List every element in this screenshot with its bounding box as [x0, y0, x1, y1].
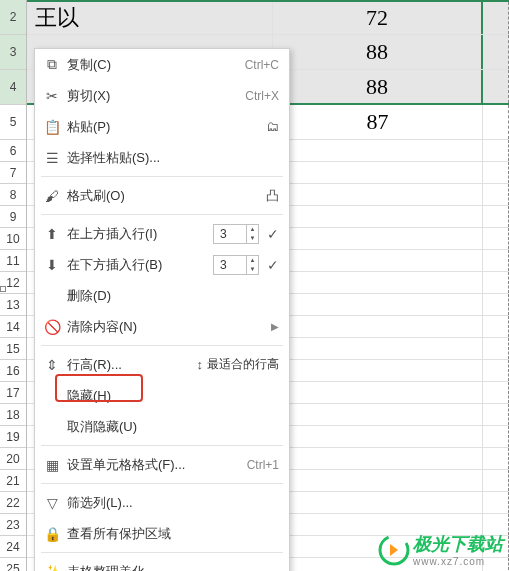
- menu-label: 在下方插入行(B): [63, 256, 213, 274]
- menu-insert-below[interactable]: ⬇ 在下方插入行(B) 3 ▲▼ ✓: [35, 249, 289, 280]
- beautify-icon: ✨: [41, 564, 63, 572]
- row-header[interactable]: 22: [0, 492, 26, 514]
- row-header-5[interactable]: 5: [0, 105, 26, 140]
- row-header[interactable]: 8: [0, 184, 26, 206]
- row-header[interactable]: 23: [0, 514, 26, 536]
- row-header[interactable]: 20: [0, 448, 26, 470]
- menu-label: 在上方插入行(I): [63, 225, 213, 243]
- separator: [41, 552, 283, 553]
- insert-above-icon: ⬆: [41, 226, 63, 242]
- row-header[interactable]: 14: [0, 316, 26, 338]
- menu-delete[interactable]: 删除(D): [35, 280, 289, 311]
- watermark-title: 极光下载站: [413, 532, 503, 556]
- best-fit-label[interactable]: 最适合的行高: [207, 356, 279, 373]
- row-header[interactable]: 13: [0, 294, 26, 316]
- menu-label: 行高(R)...: [63, 356, 193, 374]
- menu-cut[interactable]: ✂ 剪切(X) Ctrl+X: [35, 80, 289, 111]
- separator: [41, 483, 283, 484]
- menu-label: 格式刷(O): [63, 187, 262, 205]
- separator: [41, 214, 283, 215]
- menu-row-height[interactable]: ⇕ 行高(R)... ↕ 最适合的行高: [35, 349, 289, 380]
- clipboard-icon: 🗂: [262, 119, 279, 134]
- row-header[interactable]: 18: [0, 404, 26, 426]
- separator: [41, 345, 283, 346]
- cell[interactable]: 王以: [27, 2, 273, 34]
- context-menu: ⧉ 复制(C) Ctrl+C ✂ 剪切(X) Ctrl+X 📋 粘贴(P) 🗂 …: [34, 48, 290, 571]
- menu-label: 表格整理美化: [63, 563, 279, 572]
- menu-paste-special[interactable]: ☰ 选择性粘贴(S)...: [35, 142, 289, 173]
- row-header[interactable]: 25: [0, 558, 26, 571]
- shortcut: Ctrl+C: [245, 58, 279, 72]
- row-header[interactable]: 24: [0, 536, 26, 558]
- row-header[interactable]: 11: [0, 250, 26, 272]
- spinner-up[interactable]: ▲: [247, 225, 258, 234]
- cell[interactable]: 72: [273, 2, 483, 34]
- row-header[interactable]: 6: [0, 140, 26, 162]
- row-header[interactable]: 15: [0, 338, 26, 360]
- menu-insert-above[interactable]: ⬆ 在上方插入行(I) 3 ▲▼ ✓: [35, 218, 289, 249]
- spinner-down[interactable]: ▼: [247, 234, 258, 243]
- brush-icon: 凸: [262, 187, 279, 205]
- menu-copy[interactable]: ⧉ 复制(C) Ctrl+C: [35, 49, 289, 80]
- menu-label: 筛选列(L)...: [63, 494, 279, 512]
- row-height-icon: ⇕: [41, 357, 63, 373]
- shortcut: Ctrl+1: [247, 458, 279, 472]
- row-header[interactable]: 7: [0, 162, 26, 184]
- menu-label: 取消隐藏(U): [63, 418, 279, 436]
- menu-label: 清除内容(N): [63, 318, 271, 336]
- menu-label: 隐藏(H): [63, 387, 279, 405]
- row-header[interactable]: 19: [0, 426, 26, 448]
- check-icon[interactable]: ✓: [267, 226, 279, 242]
- separator: [41, 445, 283, 446]
- menu-protect[interactable]: 🔒 查看所有保护区域: [35, 518, 289, 549]
- paste-special-icon: ☰: [41, 150, 63, 166]
- separator: [41, 176, 283, 177]
- row-header[interactable]: 17: [0, 382, 26, 404]
- menu-cell-format[interactable]: ▦ 设置单元格格式(F)... Ctrl+1: [35, 449, 289, 480]
- menu-label: 设置单元格格式(F)...: [63, 456, 247, 474]
- menu-format-painter[interactable]: 🖌 格式刷(O) 凸: [35, 180, 289, 211]
- watermark-url: www.xz7.com: [413, 556, 503, 567]
- watermark: 极光下载站 www.xz7.com: [378, 532, 503, 567]
- menu-label: 选择性粘贴(S)...: [63, 149, 279, 167]
- menu-beautify[interactable]: ✨ 表格整理美化: [35, 556, 289, 571]
- insert-below-icon: ⬇: [41, 257, 63, 273]
- spinner-value: 3: [214, 258, 246, 272]
- row-header-2[interactable]: 2: [0, 0, 26, 35]
- menu-filter[interactable]: ▽ 筛选列(L)...: [35, 487, 289, 518]
- spinner-down[interactable]: ▼: [247, 265, 258, 274]
- row-count-spinner[interactable]: 3 ▲▼: [213, 255, 259, 275]
- row-header[interactable]: 10: [0, 228, 26, 250]
- row-header-4[interactable]: 4: [0, 70, 26, 105]
- menu-label: 剪切(X): [63, 87, 245, 105]
- row-header[interactable]: 21: [0, 470, 26, 492]
- row-header-3[interactable]: 3: [0, 35, 26, 70]
- cell-format-icon: ▦: [41, 457, 63, 473]
- menu-label: 复制(C): [63, 56, 245, 74]
- menu-label: 查看所有保护区域: [63, 525, 279, 543]
- menu-unhide[interactable]: 取消隐藏(U): [35, 411, 289, 442]
- spinner-up[interactable]: ▲: [247, 256, 258, 265]
- row-header[interactable]: 9: [0, 206, 26, 228]
- menu-hide[interactable]: 隐藏(H): [35, 380, 289, 411]
- menu-clear[interactable]: 🚫 清除内容(N) ▶: [35, 311, 289, 342]
- cell[interactable]: 88: [273, 35, 483, 69]
- lock-icon: 🔒: [41, 526, 63, 542]
- menu-label: 粘贴(P): [63, 118, 262, 136]
- cell[interactable]: 88: [273, 70, 483, 103]
- copy-icon: ⧉: [41, 56, 63, 73]
- best-fit-icon[interactable]: ↕: [193, 357, 204, 372]
- row-header[interactable]: 16: [0, 360, 26, 382]
- cell[interactable]: 87: [273, 105, 483, 139]
- shortcut: Ctrl+X: [245, 89, 279, 103]
- format-painter-icon: 🖌: [41, 188, 63, 204]
- paste-icon: 📋: [41, 119, 63, 135]
- menu-paste[interactable]: 📋 粘贴(P) 🗂: [35, 111, 289, 142]
- check-icon[interactable]: ✓: [267, 257, 279, 273]
- clear-icon: 🚫: [41, 319, 63, 335]
- row-count-spinner[interactable]: 3 ▲▼: [213, 224, 259, 244]
- watermark-logo-icon: [378, 534, 410, 566]
- spinner-value: 3: [214, 227, 246, 241]
- menu-label: 删除(D): [63, 287, 279, 305]
- submenu-arrow-icon: ▶: [271, 321, 279, 332]
